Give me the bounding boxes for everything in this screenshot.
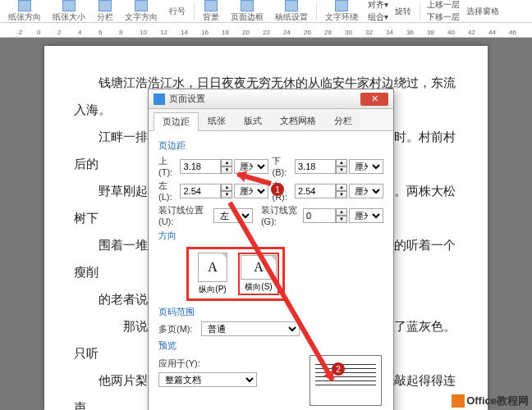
gutter-width-label: 装订线宽(G): — [253, 204, 303, 226]
dialog-titlebar[interactable]: 页面设置 ✕ — [149, 89, 393, 109]
tab-paper[interactable]: 纸张 — [199, 112, 235, 130]
ribbon-align[interactable]: 对齐▾ — [368, 0, 388, 11]
multi-combo[interactable]: 普通 — [201, 321, 300, 336]
ribbon-text-wrap[interactable]: 文字环绕 — [320, 0, 363, 23]
tab-layout[interactable]: 版式 — [235, 112, 271, 130]
ribbon-page-border[interactable]: 页面边框 — [226, 0, 268, 23]
ribbon-layer-group: 上移一层 下移一层 — [427, 0, 460, 23]
ribbon-text-dir[interactable]: 文字方向 — [120, 0, 163, 23]
ribbon-selection-pane[interactable]: 选择窗格 — [461, 6, 504, 17]
bottom-input[interactable] — [295, 159, 336, 174]
bottom-down[interactable]: ▼ — [336, 166, 347, 174]
ribbon-draft[interactable]: 稿纸设置 — [270, 0, 313, 23]
right-unit[interactable]: 厘米 — [349, 184, 383, 198]
apply-label: 应用于(Y): — [158, 358, 208, 370]
ruler: -202468101214161820222426283032343638404… — [0, 23, 532, 38]
gw-up[interactable]: ▲ — [336, 208, 347, 216]
ribbon-columns[interactable]: 分栏 — [92, 0, 118, 23]
gutter-width-input[interactable] — [303, 208, 336, 223]
orientation-label: 方向 — [158, 230, 383, 242]
bottom-up[interactable]: ▲ — [336, 159, 347, 166]
gw-down[interactable]: ▼ — [336, 216, 347, 223]
ribbon-group[interactable]: 组合▾ — [368, 11, 388, 23]
top-label: 上(T): — [158, 155, 180, 177]
page-range-label: 页码范围 — [158, 306, 383, 318]
preview-label: 预览 — [158, 339, 383, 352]
ribbon: 纸张方向 纸张大小 分栏 文字方向 行号 背景 页面边框 稿纸设置 文字环绕 对… — [0, 0, 532, 23]
watermark-text: Office教程网 — [466, 394, 529, 408]
right-input[interactable] — [295, 184, 336, 198]
office-logo-icon — [452, 394, 465, 408]
right-down[interactable]: ▼ — [336, 191, 347, 198]
gw-unit[interactable]: 厘米 — [349, 208, 383, 223]
gutter-pos-label: 装订线位置(U): — [158, 204, 213, 226]
dialog-title-text: 页面设置 — [169, 93, 360, 105]
top-down[interactable]: ▼ — [221, 166, 232, 174]
tab-columns[interactable]: 分栏 — [325, 112, 361, 130]
close-icon[interactable]: ✕ — [360, 93, 388, 106]
top-up[interactable]: ▲ — [221, 159, 232, 166]
document-area: 钱塘江浩浩江水，日日夜夜无穷无休的从临安牛家村边绕过，东流入海。江畔一排数十株乌… — [0, 38, 532, 410]
tab-grid[interactable]: 文档网格 — [271, 112, 325, 130]
orientation-portrait[interactable]: A 纵向(P) — [192, 253, 233, 295]
wps-icon — [154, 93, 165, 105]
right-up[interactable]: ▲ — [336, 184, 347, 191]
left-down[interactable]: ▼ — [221, 191, 232, 198]
dialog-tabs: 页边距 纸张 版式 文档网格 分栏 — [149, 109, 393, 131]
multi-label: 多页(M): — [158, 323, 201, 335]
left-up[interactable]: ▲ — [221, 184, 232, 191]
annotation-number-1: 1 — [271, 183, 284, 196]
left-label: 左(L): — [158, 180, 180, 202]
ribbon-bring-forward[interactable]: 上移一层 — [427, 0, 460, 11]
tab-margins[interactable]: 页边距 — [154, 112, 199, 131]
bottom-label: 下(B): — [268, 155, 295, 177]
annotation-number-2: 2 — [332, 362, 345, 376]
left-unit[interactable]: 厘米 — [234, 184, 268, 198]
apply-combo[interactable]: 整篇文档 — [158, 372, 257, 387]
ribbon-paper-orient[interactable]: 纸张方向 — [3, 0, 46, 23]
watermark: Office教程网 — [452, 394, 529, 408]
ribbon-rotate[interactable]: 旋转 — [390, 6, 416, 17]
ribbon-background[interactable]: 背景 — [198, 0, 224, 23]
page-setup-dialog: 页面设置 ✕ 页边距 纸张 版式 文档网格 分栏 页边距 上(T): ▲▼ 厘米… — [148, 89, 394, 410]
ribbon-line-no[interactable]: 行号 — [164, 6, 190, 17]
bottom-unit[interactable]: 厘米 — [349, 159, 383, 174]
left-input[interactable] — [180, 184, 221, 198]
margins-group-label: 页边距 — [158, 139, 383, 152]
ribbon-paper-size[interactable]: 纸张大小 — [48, 0, 90, 23]
ribbon-send-backward[interactable]: 下移一层 — [427, 11, 460, 23]
ribbon-arrange-group: 对齐▾ 组合▾ — [368, 0, 388, 23]
top-input[interactable] — [180, 159, 221, 174]
